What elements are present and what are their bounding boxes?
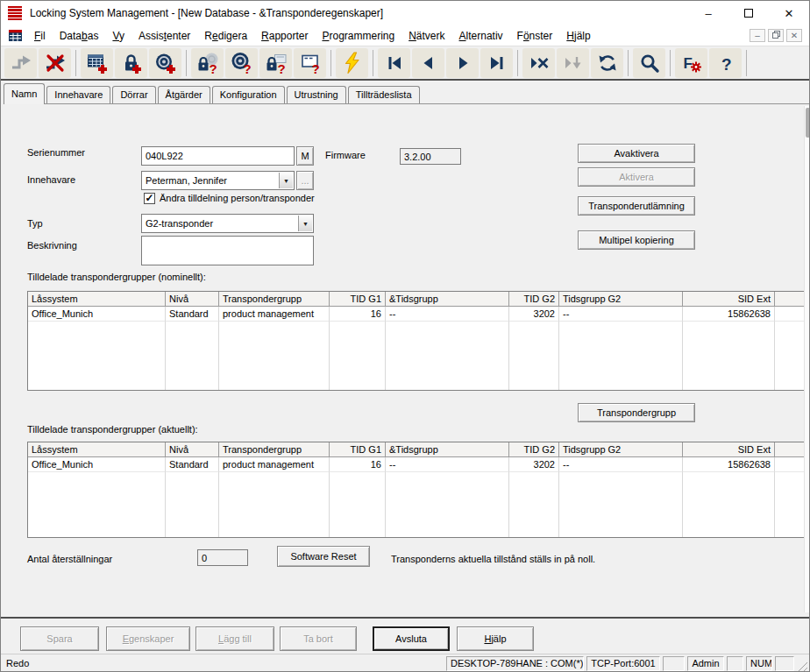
maximize-button[interactable] xyxy=(728,1,769,25)
mdi-close-button[interactable]: ✕ xyxy=(786,29,802,42)
svg-text:?: ? xyxy=(311,61,319,74)
filter-button[interactable]: F xyxy=(675,48,707,78)
empty-cell xyxy=(28,322,166,390)
column-header-niv[interactable]: Nivå xyxy=(166,292,219,307)
tab-d-rrar[interactable]: Dörrar xyxy=(112,86,155,103)
svg-text:?: ? xyxy=(209,61,217,74)
software-reset-button[interactable]: Software Reset xyxy=(277,546,370,567)
column-header-tid-g2[interactable]: TID G2 xyxy=(509,442,559,457)
mdi-minimize-button[interactable]: – xyxy=(750,29,765,42)
column-header-l-ssystem[interactable]: Låssystem xyxy=(28,292,166,307)
refresh-button[interactable] xyxy=(591,48,623,78)
menu-n-tverk[interactable]: Nätverk xyxy=(401,25,451,46)
remove-record-button[interactable] xyxy=(522,48,555,78)
multipel-kopiering-button[interactable]: Multipel kopiering xyxy=(578,230,695,250)
change-assignment-checkbox[interactable]: ✓ xyxy=(144,193,155,204)
description-textarea[interactable] xyxy=(141,236,314,265)
tab-konfiguration[interactable]: Konfiguration xyxy=(212,86,285,103)
cell-tidsgrupp-g2: -- xyxy=(559,457,683,472)
menu-programmering[interactable]: Programmering xyxy=(315,25,401,46)
nav-first-icon xyxy=(383,52,406,74)
hj-lp-button[interactable]: Hjälp xyxy=(457,626,534,651)
column-header-tidsgrupp[interactable]: &Tidsgrupp xyxy=(386,292,509,307)
column-header-tid-g2[interactable]: TID G2 xyxy=(509,292,559,307)
column-header-tidsgrupp-g2[interactable]: Tidsgrupp G2 xyxy=(559,292,683,307)
column-header-sid-ext[interactable]: SID Ext xyxy=(683,292,775,307)
read-transponder-button[interactable]: ? xyxy=(225,48,258,78)
help-button[interactable]: ? xyxy=(709,48,742,78)
column-header-l-ssystem[interactable]: Låssystem xyxy=(28,442,166,457)
first-record-button[interactable] xyxy=(378,48,410,78)
close-icon: ✕ xyxy=(785,7,794,20)
menu-databas[interactable]: Databas xyxy=(53,25,106,46)
cell-item xyxy=(775,457,805,472)
tab-innehavare[interactable]: Innehavare xyxy=(46,86,110,103)
column-header-spacer[interactable] xyxy=(775,292,805,307)
new-lock-button[interactable] xyxy=(115,48,147,78)
serial-number-input[interactable]: 040L922 xyxy=(141,146,295,166)
menu-rapporter[interactable]: Rapporter xyxy=(254,25,315,46)
toolbar-separator xyxy=(670,50,671,76)
nominal-groups-title: Tilldelade transpondergrupper (nominellt… xyxy=(27,271,206,283)
mdi-restore-button[interactable] xyxy=(768,29,784,42)
column-header-tidsgrupp-g2[interactable]: Tidsgrupp G2 xyxy=(559,442,683,457)
cell-transpondergrupp: product management xyxy=(219,307,330,322)
chevron-down-icon[interactable]: ▼ xyxy=(279,173,293,188)
next-record-button[interactable] xyxy=(446,48,479,78)
menu-vy[interactable]: Vy xyxy=(105,25,131,46)
tab-utrustning[interactable]: Utrustning xyxy=(287,86,346,103)
cell-l-ssystem: Office_Munich xyxy=(28,307,166,322)
menu-hj-lp[interactable]: Hjälp xyxy=(559,25,597,46)
transponderutl-mning-button[interactable]: Transponderutlämning xyxy=(578,196,695,216)
column-header-transpondergrupp[interactable]: Transpondergrupp xyxy=(219,442,330,457)
m-button[interactable]: M xyxy=(296,146,314,166)
column-header-tidsgrupp[interactable]: &Tidsgrupp xyxy=(386,442,509,457)
tab-tg-rder[interactable]: Åtgärder xyxy=(158,86,210,103)
toolbar-separator xyxy=(746,50,747,76)
menu-alternativ[interactable]: Alternativ xyxy=(452,25,510,46)
type-select[interactable]: G2-transponder ▼ xyxy=(141,214,314,233)
read-lock-button[interactable]: ? xyxy=(191,48,224,78)
avsluta-button[interactable]: Avsluta xyxy=(373,626,450,651)
tab-namn[interactable]: Namn xyxy=(4,83,45,104)
table-row[interactable]: Office_MunichStandardproduct management1… xyxy=(28,307,805,322)
scrollbar-thumb[interactable] xyxy=(806,108,810,138)
menu-assistenter[interactable]: Assistenter xyxy=(131,25,197,46)
type-label: Typ xyxy=(27,217,43,230)
owner-select[interactable]: Peterman, Jennifer ▼ xyxy=(141,171,295,190)
table-plus-icon xyxy=(86,52,109,74)
previous-record-button[interactable] xyxy=(412,48,444,78)
read-g1-lock-button[interactable]: ? xyxy=(259,48,292,78)
transponder-group-button[interactable]: Transpondergrupp xyxy=(578,403,695,422)
program-button[interactable] xyxy=(336,48,368,78)
column-header-tid-g1[interactable]: TID G1 xyxy=(330,292,386,307)
chevron-down-icon[interactable]: ▼ xyxy=(298,216,312,231)
new-transponder-button[interactable] xyxy=(149,48,181,78)
menu-fil[interactable]: Fil xyxy=(27,25,53,46)
avaktivera-button[interactable]: Avaktivera xyxy=(578,144,695,163)
empty-cell xyxy=(683,322,775,390)
cell-sid-ext: 15862638 xyxy=(683,307,775,322)
tabbar: NamnInnehavareDörrarÅtgärderKonfiguratio… xyxy=(4,83,809,104)
log-off-button[interactable] xyxy=(39,48,71,78)
resize-grip-icon[interactable] xyxy=(796,660,807,671)
minimize-button[interactable]: – xyxy=(688,1,728,25)
column-header-niv[interactable]: Nivå xyxy=(166,442,219,457)
search-button[interactable] xyxy=(633,48,665,78)
read-g1-transponder-button[interactable]: ? xyxy=(294,48,326,78)
column-header-transpondergrupp[interactable]: Transpondergrupp xyxy=(219,292,330,307)
last-record-button[interactable] xyxy=(480,48,513,78)
tab-content: Serienummer 040L922 M Firmware 3.2.00 In… xyxy=(1,104,810,617)
column-header-sid-ext[interactable]: SID Ext xyxy=(683,442,775,457)
tab-tilltr-deslista[interactable]: Tillträdeslista xyxy=(348,86,420,103)
table-row[interactable]: Office_MunichStandardproduct management1… xyxy=(28,457,805,472)
menu-redigera[interactable]: Redigera xyxy=(197,25,254,46)
new-locking-system-button[interactable] xyxy=(81,48,113,78)
column-header-tid-g1[interactable]: TID G1 xyxy=(330,442,386,457)
menu-f-nster[interactable]: Fönster xyxy=(510,25,560,46)
app-logo-icon xyxy=(8,6,22,20)
vertical-scrollbar[interactable] xyxy=(804,106,810,612)
close-button[interactable]: ✕ xyxy=(769,1,809,25)
status-admin: Admin xyxy=(687,656,724,671)
column-header-spacer[interactable] xyxy=(775,442,805,457)
